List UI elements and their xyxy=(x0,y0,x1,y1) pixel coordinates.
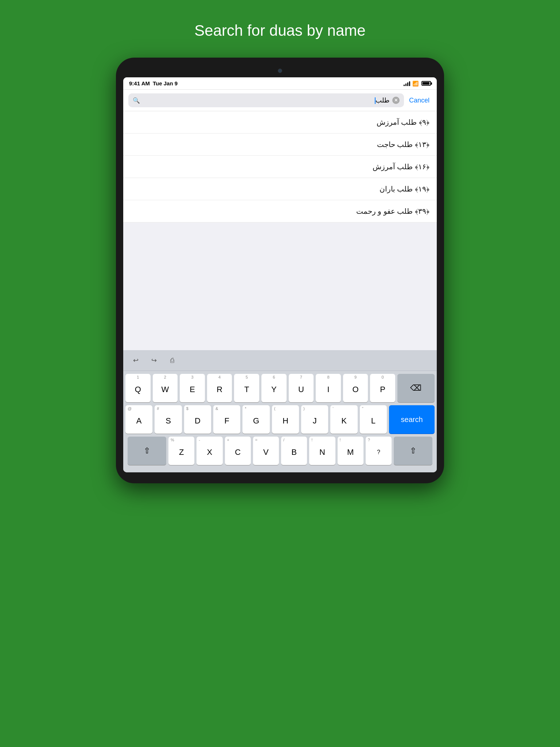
key-m[interactable]: ! M xyxy=(338,437,363,465)
keyboard-row-2: @ A # S $ D & F xyxy=(125,405,435,434)
key-i[interactable]: 8 I xyxy=(316,374,341,402)
key-s[interactable]: # S xyxy=(155,405,182,434)
list-item[interactable]: ﴿۹﴾ طلب آمرزش xyxy=(123,111,437,133)
key-n[interactable]: ! N xyxy=(309,437,335,465)
keyboard-rows: 1 Q 2 W 3 E 4 R xyxy=(123,371,437,467)
status-bar: 9:41 AM Tue Jan 9 📶 xyxy=(123,77,437,90)
status-date: Tue Jan 9 xyxy=(153,80,178,86)
key-o[interactable]: 9 O xyxy=(343,374,368,402)
key-g[interactable]: * G xyxy=(242,405,269,434)
status-time: 9:41 AM xyxy=(129,80,150,86)
cancel-button[interactable]: Cancel xyxy=(407,97,432,104)
search-input-container[interactable]: 🔍 طلب ✕ xyxy=(128,93,404,107)
keyboard: ↩ ↪ ⎙ 1 Q 2 W xyxy=(123,350,437,472)
shift-left-key[interactable]: ⇧ xyxy=(128,437,166,465)
delete-key[interactable]: ⌫ xyxy=(397,374,435,402)
camera xyxy=(278,69,282,73)
search-key[interactable]: search xyxy=(389,405,435,434)
key-d[interactable]: $ D xyxy=(184,405,211,434)
page-title: Search for duas by name xyxy=(194,22,365,39)
key-z[interactable]: % Z xyxy=(168,437,194,465)
key-e[interactable]: 3 E xyxy=(180,374,205,402)
keyboard-row-3: ⇧ % Z - X + C = xyxy=(125,437,435,465)
status-left: 9:41 AM Tue Jan 9 xyxy=(129,80,178,86)
keyboard-row-1: 1 Q 2 W 3 E 4 R xyxy=(125,374,435,402)
wifi-icon: 📶 xyxy=(412,81,419,86)
keyboard-bottom-padding xyxy=(123,467,437,472)
key-j[interactable]: ) J xyxy=(301,405,328,434)
key-h[interactable]: ( H xyxy=(272,405,299,434)
search-bar: 🔍 طلب ✕ Cancel xyxy=(123,90,437,111)
key-x[interactable]: - X xyxy=(197,437,222,465)
shift-right-icon: ⇧ xyxy=(410,446,416,456)
paste-button[interactable]: ⎙ xyxy=(166,354,179,367)
search-icon: 🔍 xyxy=(133,97,140,104)
paste-icon: ⎙ xyxy=(170,357,174,364)
shift-icon: ⇧ xyxy=(144,446,150,456)
search-input[interactable]: طلب xyxy=(143,96,389,104)
list-item[interactable]: ﴿۱۳﴾ طلب حاجت xyxy=(123,133,437,156)
redo-button[interactable]: ↪ xyxy=(147,354,160,367)
key-r[interactable]: 4 R xyxy=(207,374,232,402)
key-k[interactable]: ' K xyxy=(330,405,357,434)
keyboard-toolbar: ↩ ↪ ⎙ xyxy=(123,350,437,371)
tablet-device: 9:41 AM Tue Jan 9 📶 🔍 xyxy=(116,58,444,483)
key-v[interactable]: = V xyxy=(253,437,279,465)
battery-icon xyxy=(421,81,431,86)
results-list: ﴿۹﴾ طلب آمرزش ﴿۱۳﴾ طلب حاجت ﴿۱۶﴾ طلب آمر… xyxy=(123,111,437,222)
key-a[interactable]: @ A xyxy=(125,405,152,434)
list-item[interactable]: ﴿۳۹﴾ طلب عفو و رحمت xyxy=(123,200,437,222)
key-question[interactable]: ? ? xyxy=(366,437,392,465)
key-p[interactable]: 0 P xyxy=(370,374,395,402)
key-t[interactable]: 5 T xyxy=(234,374,259,402)
undo-button[interactable]: ↩ xyxy=(129,354,142,367)
list-item[interactable]: ﴿۱۶﴾ طلب آمرزش xyxy=(123,156,437,178)
shift-right-key[interactable]: ⇧ xyxy=(394,437,432,465)
signal-icon xyxy=(404,81,410,86)
status-right: 📶 xyxy=(404,81,431,86)
key-u[interactable]: 7 U xyxy=(289,374,314,402)
tablet-screen: 9:41 AM Tue Jan 9 📶 🔍 xyxy=(123,77,437,472)
redo-icon: ↪ xyxy=(151,356,157,364)
empty-area xyxy=(123,222,437,350)
key-y[interactable]: 6 Y xyxy=(261,374,287,402)
key-l[interactable]: " L xyxy=(360,405,387,434)
key-w[interactable]: 2 W xyxy=(153,374,178,402)
list-item[interactable]: ﴿۱۹﴾ طلب باران xyxy=(123,178,437,200)
key-f[interactable]: & F xyxy=(213,405,240,434)
search-key-label: search xyxy=(401,415,423,424)
key-c[interactable]: + C xyxy=(225,437,251,465)
key-q[interactable]: 1 Q xyxy=(125,374,151,402)
backspace-icon: ⌫ xyxy=(410,383,421,393)
undo-icon: ↩ xyxy=(133,356,139,364)
clear-button[interactable]: ✕ xyxy=(392,97,400,104)
key-b[interactable]: / B xyxy=(281,437,307,465)
